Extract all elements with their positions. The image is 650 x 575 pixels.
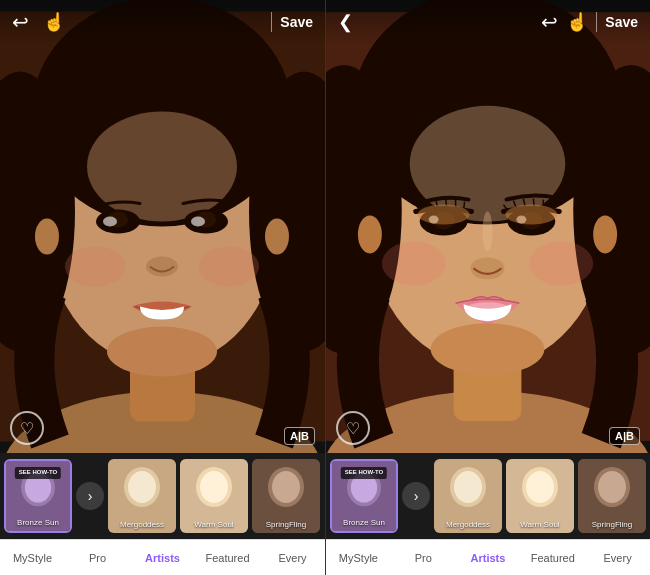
carousel-item-warm-soul[interactable]: Warm Soul (180, 459, 248, 533)
svg-point-26 (128, 471, 156, 503)
svg-point-62 (418, 205, 470, 225)
svg-point-7 (87, 112, 237, 222)
carousel-item-spring-fling-2[interactable]: SpringFling (578, 459, 646, 533)
heart-button-after[interactable]: ♡ (336, 411, 370, 445)
svg-point-68 (431, 323, 545, 375)
svg-point-13 (191, 217, 205, 227)
carousel-item-bronze-sun-2[interactable]: SEE HOW-TO Bronze Sun (330, 459, 398, 533)
see-how-badge-2: SEE HOW-TO (341, 467, 387, 479)
svg-point-64 (471, 257, 505, 279)
carousel-item-bronze-sun[interactable]: SEE HOW-TO Bronze Sun (4, 459, 72, 533)
tab-pro-before[interactable]: Pro (65, 540, 130, 576)
svg-point-86 (598, 471, 626, 503)
carousel-item-mergoddess[interactable]: Mergoddess (108, 459, 176, 533)
before-panel: ↩ ☝ Save (0, 0, 325, 575)
carousel-label-bronze-sun: Bronze Sun (6, 518, 70, 528)
face-area-after: ♡ A|B (326, 0, 650, 453)
svg-point-63 (505, 205, 557, 225)
divider-after (596, 12, 597, 32)
tab-featured-before[interactable]: Featured (195, 540, 260, 576)
face-after-svg (326, 0, 650, 453)
svg-point-65 (382, 241, 446, 285)
svg-point-71 (483, 212, 493, 252)
tab-mystyle-before[interactable]: MyStyle (0, 540, 65, 576)
tab-artists-after[interactable]: Artists (456, 540, 521, 576)
carousel-item-spring-fling[interactable]: SpringFling (252, 459, 320, 533)
undo-icon-after[interactable]: ↩ (541, 12, 558, 32)
carousel-item-mergoddess-2[interactable]: Mergoddess (434, 459, 502, 533)
svg-point-67 (468, 302, 508, 312)
carousel-before: SEE HOW-TO Bronze Sun › Mergoddess (0, 453, 325, 539)
svg-point-70 (593, 216, 617, 254)
carousel-label-mergoddess: Mergoddess (108, 520, 176, 530)
svg-point-43 (410, 106, 566, 222)
carousel-label-warm-soul: Warm Soul (180, 520, 248, 530)
svg-point-34 (272, 471, 300, 503)
svg-point-30 (200, 471, 228, 503)
save-button[interactable]: Save (280, 14, 313, 30)
carousel-arrow-2[interactable]: › (402, 482, 430, 510)
svg-point-15 (65, 247, 125, 287)
touch-icon[interactable]: ☝ (43, 13, 65, 31)
carousel-after: SEE HOW-TO Bronze Sun › Mergoddess (326, 453, 650, 539)
tab-pro-after[interactable]: Pro (391, 540, 456, 576)
tab-every-before[interactable]: Every (260, 540, 325, 576)
save-button-after[interactable]: Save (605, 14, 638, 30)
tab-bar-before: MyStyle Pro Artists Featured Every (0, 539, 325, 575)
svg-point-82 (526, 471, 554, 503)
ab-badge-after[interactable]: A|B (609, 427, 640, 445)
back-icon[interactable]: ❮ (338, 13, 353, 31)
undo-icon[interactable]: ↩ (12, 12, 29, 32)
svg-point-19 (265, 219, 289, 255)
top-bar-left-after: ❮ (338, 13, 353, 31)
svg-point-69 (358, 216, 382, 254)
heart-button-before[interactable]: ♡ (10, 411, 44, 445)
overlay-buttons-after: ♡ A|B (326, 411, 650, 445)
top-bar-left: ↩ ☝ (12, 12, 65, 32)
carousel-item-warm-soul-2[interactable]: Warm Soul (506, 459, 574, 533)
see-how-badge: SEE HOW-TO (15, 467, 61, 479)
tab-mystyle-after[interactable]: MyStyle (326, 540, 391, 576)
overlay-buttons-before: ♡ A|B (0, 411, 325, 445)
svg-point-66 (529, 241, 593, 285)
carousel-label-spring-fling-2: SpringFling (578, 520, 646, 530)
svg-point-78 (454, 471, 482, 503)
carousel-label-spring-fling: SpringFling (252, 520, 320, 530)
carousel-label-warm-soul-2: Warm Soul (506, 520, 574, 530)
svg-point-18 (35, 219, 59, 255)
heart-icon: ♡ (20, 419, 34, 438)
svg-point-16 (199, 247, 259, 287)
svg-point-17 (107, 327, 217, 377)
face-before-svg (0, 0, 325, 453)
carousel-label-mergoddess-2: Mergoddess (434, 520, 502, 530)
top-bar-before: ↩ ☝ Save (0, 0, 325, 44)
tab-bar-after: MyStyle Pro Artists Featured Every (326, 539, 650, 575)
tab-every-after[interactable]: Every (585, 540, 650, 576)
face-area-before: ♡ A|B (0, 0, 325, 453)
divider (271, 12, 272, 32)
tab-featured-after[interactable]: Featured (520, 540, 585, 576)
carousel-arrow[interactable]: › (76, 482, 104, 510)
touch-icon-after[interactable]: ☝ (566, 13, 588, 31)
tab-artists-before[interactable]: Artists (130, 540, 195, 576)
ab-badge-before[interactable]: A|B (284, 427, 315, 445)
carousel-label-bronze-sun-2: Bronze Sun (332, 518, 396, 528)
svg-point-12 (103, 217, 117, 227)
heart-icon-after: ♡ (346, 419, 360, 438)
after-panel: ❮ ↩ ☝ Save (325, 0, 650, 575)
top-bar-after: ❮ ↩ ☝ Save (326, 0, 650, 44)
